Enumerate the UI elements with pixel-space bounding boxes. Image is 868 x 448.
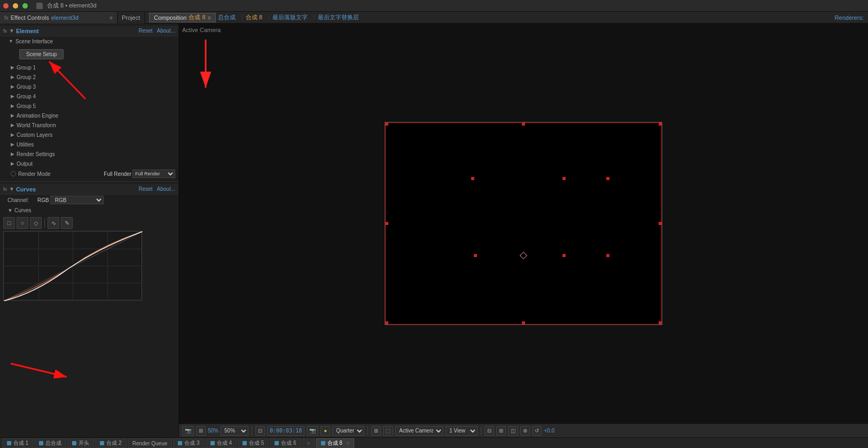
- vc-region-btn[interactable]: ⬚: [383, 426, 393, 436]
- btab-menu-8[interactable]: ≡: [347, 441, 349, 446]
- group-row-1[interactable]: ▶ Group 1: [0, 63, 178, 72]
- group-row-output[interactable]: ▶ Output: [0, 159, 178, 168]
- curves-expand-row[interactable]: ▼ Curves: [0, 205, 178, 215]
- curves-fx-title-row[interactable]: fx ▼ Curves Reset About...: [0, 184, 178, 195]
- btab-comp6[interactable]: 合成 6: [270, 438, 301, 448]
- group-row-5[interactable]: ▶ Group 5: [0, 101, 178, 111]
- fx-expand-arrow[interactable]: ▼: [9, 28, 14, 34]
- curves-fx-section: fx ▼ Curves Reset About... Channel: RGB …: [0, 182, 178, 303]
- vc-toggle3-btn[interactable]: ◫: [508, 426, 518, 436]
- btab-comp8[interactable]: 合成 8 ≡: [316, 438, 355, 448]
- btab-label-6: 合成 6: [281, 439, 296, 447]
- vc-grid2-btn[interactable]: ⊞: [371, 426, 381, 436]
- breadcrumb-sep-1: 〈: [238, 13, 244, 21]
- view-select[interactable]: 1 View: [445, 426, 478, 436]
- btab-comp1[interactable]: 合成 1: [2, 438, 33, 448]
- btab-label-zong: 总合成: [45, 439, 61, 447]
- element-fx-title-row[interactable]: fx ▼ Element Reset About...: [0, 26, 178, 36]
- curves-canvas[interactable]: [3, 231, 142, 300]
- curves-fx-checkbox[interactable]: fx: [3, 187, 7, 192]
- group-world-label: World Transform: [17, 122, 56, 128]
- btab-start[interactable]: 开头: [67, 438, 94, 448]
- btab-comp3[interactable]: 合成 3: [173, 438, 204, 448]
- vc-sep-2: [367, 427, 368, 435]
- group-custom-label: Custom Layers: [17, 132, 52, 138]
- vc-toggle2-btn[interactable]: ⊞: [496, 426, 506, 436]
- group-row-2[interactable]: ▶ Group 2: [0, 72, 178, 82]
- btab-zongcomp[interactable]: 总合成: [34, 438, 66, 448]
- curves-channel-dropdown[interactable]: RGB: [50, 196, 104, 204]
- breadcrumb-item-1[interactable]: 总合成: [218, 13, 236, 21]
- scene-setup-container: Scene Setup: [0, 46, 178, 63]
- breadcrumb-item-4[interactable]: 最后文字替换层: [318, 13, 359, 21]
- render-mode-dropdown[interactable]: Full Render: [132, 169, 175, 178]
- vc-toggle5-btn[interactable]: ↺: [532, 426, 542, 436]
- vc-color-btn[interactable]: ●: [320, 426, 330, 436]
- bottom-tabs: 合成 1 总合成 开头 合成 2 Render Queue 合成 3 合成 4 …: [0, 437, 868, 448]
- curves-channel-value: RGB: [37, 197, 49, 203]
- vc-camera-btn[interactable]: 📷: [307, 426, 318, 436]
- comp-tab-name: 合成 8: [189, 13, 205, 21]
- element-reset-btn[interactable]: Reset: [138, 28, 152, 34]
- scene-setup-button[interactable]: Scene Setup: [19, 49, 64, 59]
- curves-tool-square[interactable]: □: [3, 217, 15, 229]
- canvas-dot-tl: [385, 122, 388, 126]
- vc-grid-btn[interactable]: ⊞: [196, 426, 206, 436]
- curves-tool-wave[interactable]: ∿: [48, 217, 59, 229]
- effect-controls-tab[interactable]: fx Effect Controls element3d ≡: [0, 12, 118, 24]
- resolution-select[interactable]: QuarterHalfFull: [332, 426, 364, 436]
- particle-dot-6: [606, 254, 609, 257]
- top-bar-comp-label: 合成 8 • element3d: [47, 2, 97, 10]
- composition-panel: Active Camera: [179, 24, 868, 437]
- vc-toggle4-btn[interactable]: ⊕: [520, 426, 530, 436]
- render-mode-select-container[interactable]: Full Render Full Render: [104, 169, 175, 178]
- comp-tab-menu[interactable]: ≡: [208, 14, 211, 21]
- close-btn[interactable]: [3, 3, 9, 9]
- btab-comp6-close[interactable]: ×: [302, 438, 315, 448]
- group-row-anim[interactable]: ▶ Animation Engine: [0, 111, 178, 120]
- particle-dot-5: [562, 254, 566, 257]
- element-about-btn[interactable]: About...: [157, 28, 175, 34]
- curves-expand-arrow[interactable]: ▼: [9, 186, 14, 192]
- btab-comp2[interactable]: 合成 2: [95, 438, 126, 448]
- group-row-render[interactable]: ▶ Render Settings: [0, 149, 178, 159]
- group-3-arrow: ▶: [11, 84, 14, 89]
- vc-snapshot-btn[interactable]: 📷: [182, 426, 194, 436]
- curves-tool-circle[interactable]: ○: [17, 217, 28, 229]
- group-row-4[interactable]: ▶ Group 4: [0, 91, 178, 101]
- vc-resize-btn[interactable]: ⊡: [255, 426, 265, 436]
- curves-tool-diamond[interactable]: ◇: [30, 217, 42, 229]
- btab-label-3: 合成 3: [184, 439, 199, 447]
- group-row-3[interactable]: ▶ Group 3: [0, 82, 178, 91]
- vc-timecode-btn[interactable]: 0:00:03:18: [267, 426, 304, 436]
- group-row-custom[interactable]: ▶ Custom Layers: [0, 130, 178, 140]
- group-1-label: Group 1: [17, 65, 36, 71]
- vc-toggle1-btn[interactable]: ⊟: [484, 426, 494, 436]
- curves-about-btn[interactable]: About...: [157, 186, 175, 192]
- btab-comp5[interactable]: 合成 5: [238, 438, 269, 448]
- minimize-btn[interactable]: [13, 3, 18, 9]
- vc-sep-1: [252, 427, 252, 435]
- group-output-arrow: ▶: [11, 161, 14, 166]
- fx-panel-menu[interactable]: ≡: [110, 15, 113, 21]
- curves-tool-pen[interactable]: ✎: [61, 217, 73, 229]
- zoom-select[interactable]: 50%25%100%: [221, 426, 248, 436]
- camera-select[interactable]: Active Camera: [395, 426, 443, 436]
- group-custom-arrow: ▶: [11, 132, 14, 137]
- breadcrumb-item-2[interactable]: 合成 8: [246, 13, 262, 21]
- project-tab[interactable]: Project: [118, 12, 145, 24]
- curves-svg: [4, 231, 143, 301]
- scene-expand-arrow[interactable]: ▼: [9, 38, 13, 44]
- curves-channel-select-container[interactable]: RGB RGB: [37, 196, 104, 204]
- group-row-util[interactable]: ▶ Utilities: [0, 140, 178, 149]
- fx-checkbox[interactable]: fx: [3, 28, 7, 34]
- curves-reset-btn[interactable]: Reset: [138, 186, 152, 192]
- composition-tab[interactable]: Composition 合成 8 ≡: [149, 13, 216, 22]
- curves-channel-row: Channel: RGB RGB: [0, 195, 178, 205]
- group-row-world[interactable]: ▶ World Transform: [0, 120, 178, 130]
- btab-comp4[interactable]: 合成 4: [206, 438, 237, 448]
- maximize-btn[interactable]: [22, 3, 28, 9]
- btab-renderqueue[interactable]: Render Queue: [128, 438, 173, 448]
- effect-controls-subtitle: element3d: [51, 14, 79, 21]
- breadcrumb-item-3[interactable]: 最后落版文字: [272, 13, 308, 21]
